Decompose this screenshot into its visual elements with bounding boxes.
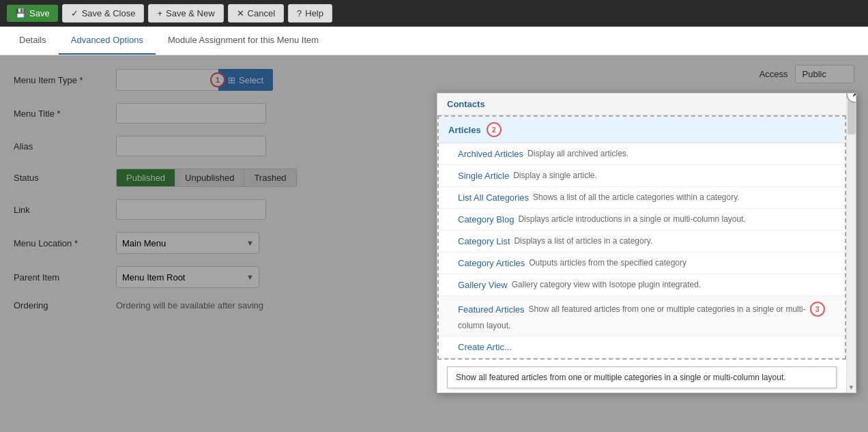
create-article-link[interactable]: Create Artic...	[458, 342, 512, 352]
save-close-label: Save & Close	[82, 8, 136, 18]
category-articles-label: Category Articles	[458, 258, 525, 268]
toolbar: 💾 Save ✓ Save & Close + Save & New ✕ Can…	[0, 0, 868, 27]
featured-articles-desc-2: column layout.	[458, 321, 510, 330]
tab-module-assignment[interactable]: Module Assignment for this Menu Item	[156, 27, 331, 55]
tooltip-box: Show all featured articles from one or m…	[447, 366, 837, 388]
tab-advanced-options[interactable]: Advanced Options	[59, 27, 156, 55]
category-list-link[interactable]: Category List	[458, 236, 510, 246]
list-item-category-blog[interactable]: Category Blog Displays article introduct…	[439, 209, 845, 231]
list-all-categories-label: List All Categories	[458, 192, 529, 203]
modal-content: Contacts Articles 2 Archived Articles Di…	[437, 93, 846, 392]
list-item-category-articles[interactable]: Category Articles Outputs articles from …	[439, 253, 845, 274]
single-article-label: Single Article	[458, 171, 509, 181]
tab-details-label: Details	[19, 35, 46, 45]
save-button[interactable]: 💾 Save	[7, 5, 58, 22]
category-articles-desc: Outputs articles from the specified cate…	[529, 258, 686, 268]
help-icon: ?	[297, 8, 302, 18]
single-article-link[interactable]: Single Article	[458, 171, 509, 181]
save-icon: 💾	[15, 8, 26, 18]
single-article-desc: Display a single article.	[513, 171, 597, 180]
gallery-view-link[interactable]: Gallery View	[458, 280, 508, 290]
page-wrapper: 💾 Save ✓ Save & Close + Save & New ✕ Can…	[0, 0, 868, 432]
list-item-create-article[interactable]: Create Artic...	[439, 336, 845, 358]
featured-articles-label: Featured Articles	[458, 304, 525, 315]
list-item-list-all-categories[interactable]: List All Categories Shows a list of all …	[439, 187, 845, 209]
category-blog-label: Category Blog	[458, 214, 514, 225]
save-label: Save	[29, 8, 50, 18]
badge-3: 3	[810, 302, 825, 317]
gallery-view-label: Gallery View	[458, 280, 508, 290]
list-item-gallery-view[interactable]: Gallery View Gallery category view with …	[439, 274, 845, 296]
cancel-button[interactable]: ✕ Cancel	[228, 4, 284, 23]
category-list-label: Category List	[458, 236, 510, 246]
close-icon: ×	[852, 93, 856, 100]
list-all-categories-desc: Shows a list of all the article categori…	[533, 192, 740, 202]
featured-articles-link[interactable]: Featured Articles	[458, 304, 525, 315]
tooltip-container: Show all featured articles from one or m…	[437, 360, 846, 392]
modal-section-articles-header[interactable]: Articles 2	[439, 117, 845, 143]
create-article-label: Create Artic...	[458, 342, 512, 352]
list-item-archived-articles[interactable]: Archived Articles Display all archived a…	[439, 143, 845, 165]
list-item-featured-articles[interactable]: Featured Articles Show all featured arti…	[439, 296, 845, 336]
tab-details[interactable]: Details	[7, 27, 59, 55]
archived-articles-link[interactable]: Archived Articles	[458, 149, 523, 159]
help-label: Help	[305, 8, 323, 18]
modal-section-articles: Articles 2 Archived Articles Display all…	[437, 115, 846, 360]
list-item-single-article[interactable]: Single Article Display a single article.	[439, 165, 845, 187]
category-articles-link[interactable]: Category Articles	[458, 258, 525, 268]
badge-2: 2	[487, 122, 502, 137]
modal-scrollbar[interactable]: ▲ ▼	[846, 93, 856, 392]
cancel-label: Cancel	[248, 8, 275, 18]
save-new-label: Save & New	[166, 8, 215, 18]
archived-articles-label: Archived Articles	[458, 149, 523, 159]
modal-section-contacts[interactable]: Contacts	[437, 93, 846, 115]
gallery-view-desc: Gallery category view with Isotope plugi…	[512, 280, 701, 289]
tab-module-assignment-label: Module Assignment for this Menu Item	[168, 35, 319, 45]
tab-advanced-options-label: Advanced Options	[71, 35, 143, 45]
articles-label: Articles	[448, 125, 481, 135]
tooltip-text: Show all featured articles from one or m…	[456, 373, 786, 382]
scroll-down-arrow[interactable]: ▼	[847, 382, 856, 392]
save-new-button[interactable]: + Save & New	[148, 4, 223, 23]
list-item-category-list[interactable]: Category List Displays a list of article…	[439, 231, 845, 253]
featured-articles-row: Featured Articles Show all featured arti…	[458, 302, 835, 317]
category-list-desc: Displays a list of articles in a categor…	[515, 236, 653, 246]
category-blog-desc: Displays article introductions in a sing…	[518, 214, 745, 224]
plus-icon: +	[157, 8, 162, 18]
save-close-button[interactable]: ✓ Save & Close	[62, 4, 145, 23]
featured-articles-desc: Show all featured articles from one or m…	[529, 304, 806, 314]
check-icon: ✓	[71, 8, 78, 18]
tab-bar: Details Advanced Options Module Assignme…	[0, 27, 868, 55]
archived-articles-desc: Display all archived articles.	[527, 149, 628, 158]
modal-dialog: × ▲ ▼ Contacts Articles 2	[437, 93, 856, 393]
form-area: Access Public Menu Item Type * 1 ⊞ Selec…	[0, 55, 868, 432]
help-button[interactable]: ? Help	[288, 4, 332, 23]
cancel-icon: ✕	[237, 8, 244, 18]
list-all-categories-link[interactable]: List All Categories	[458, 192, 529, 203]
contacts-label: Contacts	[447, 99, 485, 109]
category-blog-link[interactable]: Category Blog	[458, 214, 514, 225]
